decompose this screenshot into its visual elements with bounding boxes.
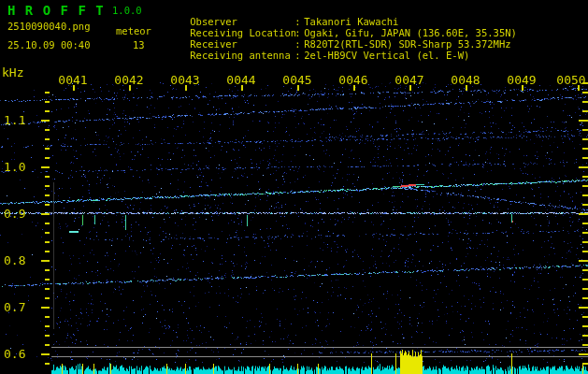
time-tick-label: 0049 — [503, 74, 540, 86]
output-filename: 2510090040.png — [7, 21, 91, 32]
info-value: 2el-HB9CV Vertical (el. E-W) — [304, 50, 469, 61]
freq-tick-label: 0.7 — [4, 301, 25, 313]
meteor-count: 13 — [133, 39, 145, 50]
time-tick-label: 0042 — [110, 74, 148, 86]
freq-tick-label: 1.1 — [4, 114, 25, 126]
time-tick-label: 0047 — [391, 74, 428, 86]
time-tick-label: 0050 — [552, 74, 588, 86]
info-row-antenna: Receiving antenna:2el-HB9CV Vertical (el… — [166, 38, 469, 72]
freq-tick-label: 0.9 — [4, 208, 25, 220]
app-title: H R O F F T — [7, 3, 105, 18]
freq-tick-label: 1.0 — [4, 161, 25, 173]
time-tick-label: 0045 — [279, 74, 316, 86]
info-separator: : — [294, 50, 304, 61]
time-tick-label: 0046 — [335, 74, 372, 86]
time-tick-label: 0043 — [166, 74, 204, 86]
hrofft-window: H R O F F T 1.0.0 2510090040.png meteor … — [0, 0, 588, 374]
datetime-label: 25.10.09 00:40 — [7, 39, 91, 50]
freq-tick-label: 0.8 — [4, 254, 25, 266]
time-tick-label: 0041 — [54, 74, 92, 86]
app-version: 1.0.0 — [112, 5, 142, 16]
mode-label: meteor — [116, 25, 151, 36]
time-tick-label: 0048 — [447, 74, 484, 86]
freq-tick-label: 0.6 — [4, 348, 25, 360]
freq-axis-unit: kHz — [2, 66, 23, 79]
time-tick-label: 0044 — [222, 74, 260, 86]
info-label: Receiving antenna — [190, 50, 294, 61]
